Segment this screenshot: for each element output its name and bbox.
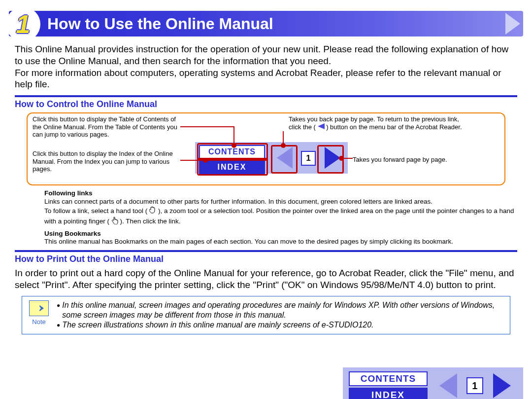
note-bullet-2: The screen illustrations shown in this o… xyxy=(62,320,373,330)
contents-button-label: CONTENTS xyxy=(208,147,256,156)
footer-page-number: 1 xyxy=(466,377,483,394)
hand-pointer-icon xyxy=(111,217,118,227)
callout-line xyxy=(180,160,205,161)
callout-back-line1: Takes you back page by page. To return t… xyxy=(289,115,459,123)
footer-prev-page-button[interactable] xyxy=(439,373,457,398)
control-diagram: Click this button to display the Table o… xyxy=(27,112,505,185)
using-bookmarks-heading: Using Bookmarks xyxy=(44,230,517,238)
svg-marker-1 xyxy=(318,123,325,129)
footer-index-label: INDEX xyxy=(371,390,405,399)
chapter-number: 1 xyxy=(16,9,31,39)
callout-forward-text: Takes you forward page by page. xyxy=(353,156,491,164)
page-title: How to Use the Online Manual xyxy=(47,15,273,33)
note-box: Note In this online manual, screen image… xyxy=(22,296,510,334)
page-number-box: 1 xyxy=(301,151,316,166)
callout-line xyxy=(180,126,234,127)
svg-marker-0 xyxy=(505,13,520,35)
intro-paragraph: This Online Manual provides instruction … xyxy=(15,43,517,90)
section-heading-print: How to Print Out the Online Manual xyxy=(15,254,517,264)
footer-contents-label: CONTENTS xyxy=(361,373,416,384)
prev-page-button[interactable] xyxy=(277,147,293,169)
callout-back-line2a: click the ( xyxy=(289,123,316,131)
section-divider xyxy=(15,95,517,97)
chapter-number-circle: 1 xyxy=(7,8,39,40)
following-links-heading: Following links xyxy=(44,189,517,198)
index-button[interactable]: INDEX xyxy=(199,160,265,174)
note-pointing-hand-icon xyxy=(29,300,49,316)
links-bookmarks-block: Following links Links can connect parts … xyxy=(44,189,517,246)
footer-nav-bar: CONTENTS INDEX 1 xyxy=(343,367,523,399)
manual-page: 1 How to Use the Online Manual This Onli… xyxy=(0,11,532,399)
using-bookmarks-body: This online manual has Bookmarks on the … xyxy=(44,238,517,246)
callout-back-line2b: ) button on the menu bar of the Acrobat … xyxy=(326,123,462,131)
footer-contents-button[interactable]: CONTENTS xyxy=(349,371,428,386)
footer-nav-button-stack: CONTENTS INDEX xyxy=(349,371,428,399)
callout-index-text: Click this button to display the Index o… xyxy=(33,150,180,173)
title-bar: 1 How to Use the Online Manual xyxy=(9,11,523,36)
note-label: Note xyxy=(32,318,45,326)
callout-dot xyxy=(203,158,208,163)
callout-back-text: Takes you back page by page. To return t… xyxy=(289,115,491,131)
callout-dot xyxy=(232,143,236,148)
section-divider xyxy=(15,250,517,252)
note-text: In this online manual, screen images and… xyxy=(57,300,504,330)
callout-dot xyxy=(339,156,344,161)
callout-line xyxy=(233,126,234,145)
callout-dot xyxy=(281,143,286,148)
callout-contents-text: Click this button to display the Table o… xyxy=(33,115,180,139)
forward-arrow-icon[interactable] xyxy=(505,13,520,35)
nav-button-stack: CONTENTS INDEX xyxy=(199,145,265,174)
hand-tool-icon xyxy=(149,206,156,217)
section-heading-control: How to Control the Online Manual xyxy=(15,99,517,109)
print-section-body: In order to print out a hard copy of the… xyxy=(15,267,517,291)
footer-next-page-button[interactable] xyxy=(493,373,511,398)
links-body-c: ). Then click the link. xyxy=(120,218,181,225)
footer-index-button[interactable]: INDEX xyxy=(349,388,428,399)
next-page-button[interactable] xyxy=(325,147,340,169)
note-bullet-1: In this online manual, screen images and… xyxy=(62,300,504,320)
note-icon-column: Note xyxy=(28,300,50,326)
embedded-nav-bar: CONTENTS INDEX 1 xyxy=(195,142,348,174)
following-links-body: Links can connect parts of a document to… xyxy=(44,198,517,227)
back-arrow-icon xyxy=(318,123,325,131)
index-button-label: INDEX xyxy=(218,163,247,172)
